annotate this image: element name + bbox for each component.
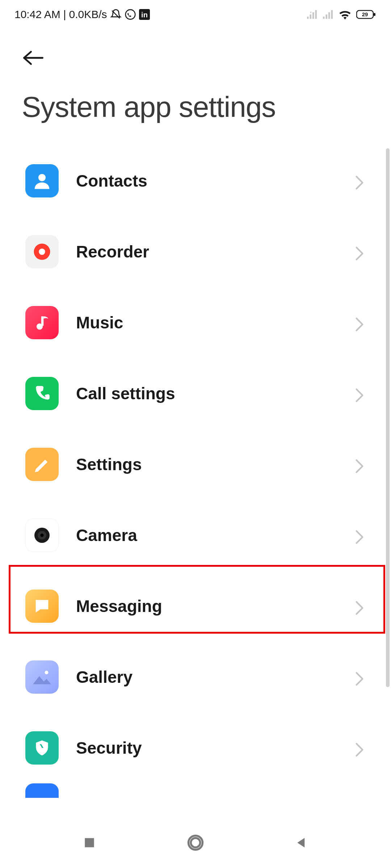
- chevron-right-icon: [355, 783, 366, 794]
- svg-point-22: [45, 671, 49, 675]
- list-item-label: Messaging: [76, 596, 337, 616]
- svg-rect-12: [374, 13, 375, 16]
- list-item-label: Security: [76, 738, 337, 758]
- list-item-music[interactable]: Music: [25, 287, 366, 358]
- chevron-right-icon: [355, 246, 366, 257]
- signal2-icon: [323, 10, 334, 19]
- home-button[interactable]: [185, 832, 206, 854]
- phone-icon: [25, 377, 59, 410]
- linkedin-icon: in: [139, 9, 150, 20]
- list-item-settings[interactable]: Settings: [25, 429, 366, 500]
- list-item-calendar[interactable]: [25, 783, 366, 805]
- svg-rect-10: [331, 10, 333, 19]
- dnd-icon: [110, 9, 122, 20]
- chevron-right-icon: [355, 672, 366, 682]
- status-right: 29: [307, 9, 377, 20]
- list-item-label: Gallery: [76, 667, 337, 687]
- status-left: 10:42 AM | 0.0KB/s in: [14, 8, 150, 21]
- svg-rect-6: [315, 10, 317, 19]
- status-time: 10:42 AM: [14, 8, 60, 21]
- list-item-label: Call settings: [76, 384, 337, 403]
- list-item-security[interactable]: Security: [25, 712, 366, 783]
- svg-point-0: [125, 10, 135, 20]
- svg-rect-18: [41, 316, 44, 326]
- chevron-right-icon: [355, 530, 366, 541]
- page-title: System app settings: [0, 80, 391, 145]
- signal1-icon: [307, 10, 318, 19]
- calendar-icon: [25, 783, 59, 798]
- navigation-bar: [0, 817, 391, 868]
- wifi-icon: [339, 9, 351, 20]
- list-item-call-settings[interactable]: Call settings: [25, 358, 366, 429]
- list-item-label: Settings: [76, 455, 337, 474]
- gallery-icon: [25, 660, 59, 694]
- chevron-right-icon: [355, 601, 366, 612]
- svg-rect-3: [307, 17, 309, 19]
- svg-rect-8: [326, 14, 328, 19]
- status-network-speed: 0.0KB/s: [69, 8, 107, 21]
- svg-rect-9: [328, 12, 330, 19]
- svg-text:in: in: [141, 11, 148, 19]
- svg-rect-7: [323, 17, 325, 19]
- recents-button[interactable]: [79, 832, 100, 854]
- svg-rect-5: [312, 12, 314, 19]
- list-item-messaging[interactable]: Messaging: [25, 571, 366, 642]
- list-item-label: Recorder: [76, 242, 337, 261]
- svg-point-21: [40, 533, 43, 537]
- recorder-icon: [25, 235, 59, 268]
- list-item-label: Music: [76, 313, 337, 332]
- whatsapp-icon: [125, 9, 136, 20]
- list-item-label: Camera: [76, 526, 337, 545]
- messaging-icon: [25, 590, 59, 623]
- shield-icon: [25, 731, 59, 765]
- svg-point-25: [191, 838, 200, 847]
- chevron-right-icon: [355, 388, 366, 399]
- app-list: Contacts Recorder Music Call settings: [0, 145, 391, 805]
- status-bar: 10:42 AM | 0.0KB/s in: [0, 0, 391, 29]
- contacts-icon: [25, 164, 59, 197]
- chevron-right-icon: [355, 317, 366, 328]
- svg-rect-4: [310, 14, 312, 19]
- list-item-recorder[interactable]: Recorder: [25, 216, 366, 287]
- battery-percent-text: 29: [362, 11, 368, 17]
- svg-point-14: [38, 174, 46, 181]
- back-nav-button[interactable]: [291, 832, 312, 854]
- list-item-label: Contacts: [76, 171, 337, 191]
- notes-icon: [25, 448, 59, 481]
- chevron-right-icon: [355, 743, 366, 753]
- music-icon: [25, 306, 59, 339]
- list-item-gallery[interactable]: Gallery: [25, 642, 366, 712]
- status-separator: |: [63, 8, 66, 21]
- svg-rect-23: [85, 838, 94, 847]
- list-item-camera[interactable]: Camera: [25, 500, 366, 571]
- chevron-right-icon: [355, 459, 366, 470]
- list-item-contacts[interactable]: Contacts: [25, 145, 366, 216]
- chevron-right-icon: [355, 175, 366, 186]
- camera-icon: [25, 519, 59, 552]
- svg-point-16: [39, 248, 45, 255]
- back-button[interactable]: [22, 43, 51, 72]
- battery-icon: 29: [356, 9, 377, 20]
